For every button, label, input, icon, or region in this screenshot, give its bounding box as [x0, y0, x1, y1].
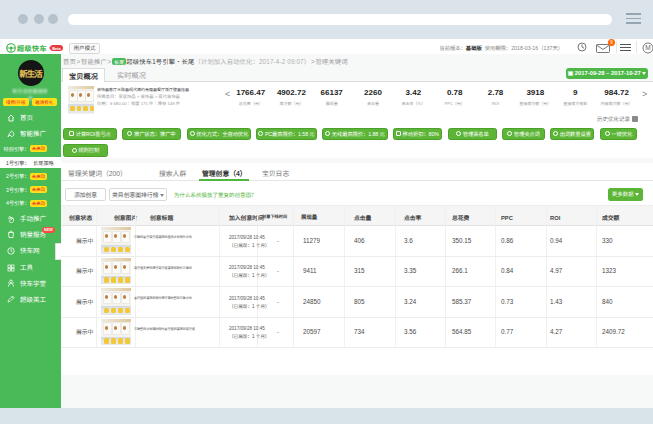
svg-text:M: M [645, 44, 650, 51]
